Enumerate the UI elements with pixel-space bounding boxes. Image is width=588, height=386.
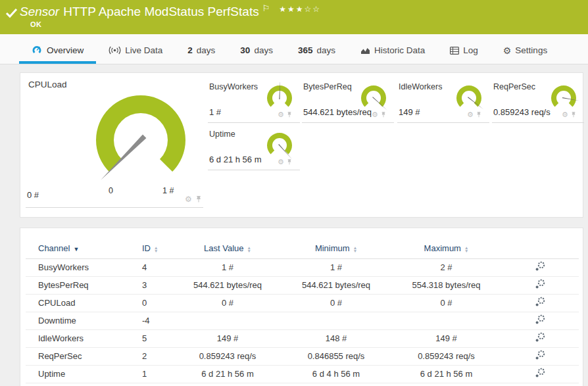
tab-log[interactable]: Log <box>437 45 491 64</box>
maximum-value: 0 # <box>392 294 501 312</box>
column-header-actions <box>501 239 579 258</box>
last-value <box>175 312 280 329</box>
status-badge: OK <box>30 20 42 28</box>
column-header-id[interactable]: ID▲▼ <box>119 239 175 258</box>
tab-number: 30 <box>240 45 250 55</box>
minimum-value: 1 # <box>280 258 392 276</box>
channel-id: 0 <box>119 294 175 312</box>
sort-icon: ▲▼ <box>353 246 357 253</box>
busyworkers-gauge[interactable] <box>264 82 295 114</box>
tab-number: 365 <box>298 45 313 55</box>
pin-icon[interactable] <box>380 111 387 118</box>
channel-id: 1 <box>119 365 175 383</box>
gauge-tile-idleworkers: IdleWorkers 149 # ⚙ <box>397 81 489 123</box>
channel-gear-icon[interactable]: ⚙ <box>185 195 192 203</box>
tab-label: days <box>316 45 335 55</box>
table-row: Uptime 1 6 d 21 h 56 m 6 d 4 h 56 m 6 d … <box>26 365 579 383</box>
minimum-value: 0.846855 req/s <box>280 347 392 365</box>
sort-icon: ▲▼ <box>154 246 158 253</box>
star-rating[interactable]: ★★★☆☆ <box>279 5 321 14</box>
minimum-value: 0 # <box>280 294 392 312</box>
channel-name: BytesPerReq <box>26 276 119 294</box>
gauge-title: BusyWorkers <box>209 82 258 91</box>
gauges-panel: CPULoad 0 # 0 1 # ⚙ BusyWorkers 1 # ⚙ <box>20 72 583 218</box>
tab-bar: Overview Live Data 2 days 30 days 365 da… <box>0 34 588 64</box>
cpuload-current-value: 0 # <box>27 190 39 200</box>
last-value: 1 # <box>175 258 280 276</box>
channel-name: BusyWorkers <box>26 258 119 276</box>
pin-icon[interactable] <box>286 111 293 118</box>
last-value: 544.621 bytes/req <box>175 276 280 294</box>
sort-desc-icon: ▼ <box>73 246 79 253</box>
area-chart-icon <box>360 47 370 55</box>
column-header-minimum[interactable]: Minimum▲▼ <box>280 239 392 258</box>
tab-label: Historic Data <box>374 45 425 55</box>
channel-table-panel: Channel▼ ID▲▼ Last Value▲▼ Minimum▲▼ Max… <box>20 228 583 386</box>
sort-icon: ▲▼ <box>464 246 468 253</box>
channel-gear-icon[interactable]: ⚙ <box>278 111 284 118</box>
gauge-title-cpuload: CPULoad <box>28 80 67 89</box>
tab-live-data[interactable]: Live Data <box>96 45 175 64</box>
table-row: CPULoad 0 0 # 0 # 0 # <box>26 294 579 312</box>
tab-label: Live Data <box>125 45 162 55</box>
tab-2-days[interactable]: 2 days <box>175 45 228 64</box>
uptime-gauge[interactable] <box>264 130 295 161</box>
column-header-channel[interactable]: Channel▼ <box>26 239 119 258</box>
tab-365-days[interactable]: 365 days <box>285 45 348 64</box>
sensor-type-label: Sensor <box>20 5 59 18</box>
tab-settings[interactable]: ⚙ Settings <box>491 45 560 64</box>
channel-gear-icon[interactable]: ⚙ <box>278 158 284 166</box>
pin-icon[interactable] <box>286 158 293 166</box>
log-list-icon <box>450 47 459 55</box>
priority-flag-icon[interactable]: ⚐ <box>262 3 270 13</box>
last-value: 149 # <box>175 329 280 347</box>
idleworkers-gauge[interactable] <box>453 82 485 114</box>
last-value: 6 d 21 h 56 m <box>175 365 280 383</box>
channel-name: CPULoad <box>26 294 119 312</box>
gauge-max-label: 1 # <box>162 186 174 195</box>
last-value: 0 # <box>175 294 280 312</box>
tab-historic-data[interactable]: Historic Data <box>348 45 437 64</box>
gauge-value: 544.621 bytes/req <box>303 107 372 117</box>
gauge-tile-uptime: Uptime 6 d 21 h 56 m ⚙ <box>208 128 300 170</box>
channel-settings-button[interactable] <box>535 261 545 272</box>
channel-gear-icon[interactable]: ⚙ <box>372 111 378 118</box>
main-content: CPULoad 0 # 0 1 # ⚙ BusyWorkers 1 # ⚙ <box>0 64 588 386</box>
channel-settings-button[interactable] <box>535 297 545 307</box>
channel-settings-button[interactable] <box>535 279 545 289</box>
channel-settings-button[interactable] <box>535 350 545 360</box>
sensor-status-bar: SensorHTTP Apache ModStatus PerfStats⚐★★… <box>0 0 588 34</box>
channel-settings-button[interactable] <box>535 368 545 378</box>
channel-id: -4 <box>119 312 175 329</box>
tab-number: 2 <box>187 45 193 55</box>
column-header-maximum[interactable]: Maximum▲▼ <box>392 239 501 258</box>
reqpersec-gauge[interactable] <box>548 82 579 114</box>
column-header-last-value[interactable]: Last Value▲▼ <box>175 239 280 258</box>
tab-30-days[interactable]: 30 days <box>228 45 285 64</box>
gauge-tile-busyworkers: BusyWorkers 1 # ⚙ <box>208 81 300 123</box>
channel-name: Downtime <box>26 312 119 329</box>
minimum-value: 6 d 4 h 56 m <box>280 365 392 383</box>
pin-icon[interactable] <box>476 111 482 118</box>
channel-gear-icon[interactable]: ⚙ <box>467 111 474 118</box>
pin-icon[interactable] <box>195 195 203 203</box>
channel-gear-icon[interactable]: ⚙ <box>562 111 568 118</box>
ok-check-icon <box>5 7 18 22</box>
sort-icon: ▲▼ <box>247 246 251 253</box>
channel-id: 3 <box>119 276 175 294</box>
cpuload-gauge[interactable] <box>82 81 200 194</box>
channel-name: ReqPerSec <box>26 347 119 365</box>
tab-label: Settings <box>515 45 547 55</box>
channel-name: IdleWorkers <box>26 329 119 347</box>
tab-overview[interactable]: Overview <box>19 45 96 64</box>
last-value: 0.859243 req/s <box>175 347 280 365</box>
pin-icon[interactable] <box>570 111 577 118</box>
tab-label: Log <box>463 45 478 55</box>
channel-settings-button[interactable] <box>535 332 545 343</box>
channel-settings-button[interactable] <box>535 314 545 325</box>
gear-icon: ⚙ <box>503 46 512 55</box>
tab-label: Overview <box>47 45 84 55</box>
gauge-title: IdleWorkers <box>399 82 442 91</box>
live-data-icon <box>109 46 121 55</box>
maximum-value: 0.859243 req/s <box>392 347 501 365</box>
